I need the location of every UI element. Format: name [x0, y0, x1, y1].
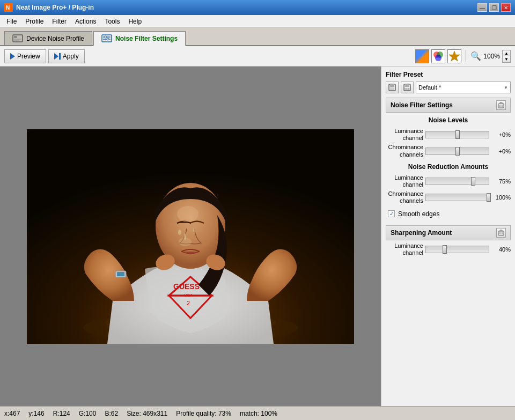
preview-button[interactable]: Preview — [4, 49, 46, 63]
svg-point-26 — [177, 206, 198, 222]
luminance-reduction-value: 75% — [491, 178, 511, 185]
luminance-noise-level-row: Luminancechannel +0% — [386, 128, 511, 142]
chrominance-reduction-slider[interactable] — [425, 194, 489, 201]
svg-point-32 — [178, 230, 181, 235]
luminance-noise-level-slider[interactable] — [425, 131, 489, 138]
overlay-color-button[interactable] — [415, 49, 429, 63]
luminance-reduction-thumb[interactable] — [471, 177, 475, 186]
chrominance-reduction-label: Chrominancechannels — [386, 190, 423, 204]
svg-rect-40 — [404, 88, 410, 90]
svg-text:2: 2 — [187, 300, 190, 306]
svg-point-10 — [107, 38, 109, 40]
tab-device-profile-label: Device Noise Profile — [26, 35, 84, 42]
tab-noise-filter-label: Noise Filter Settings — [115, 35, 178, 42]
menu-bar: File Profile Filter Actions Tools Help — [0, 15, 515, 28]
toolbar: Preview Apply — [0, 46, 515, 67]
zoom-down-button[interactable]: ▼ — [503, 56, 510, 62]
chrominance-reduction-value: 100% — [491, 194, 511, 201]
sharpening-luminance-label: Luminancechannel — [386, 242, 423, 256]
filter-preset-section: Filter Preset — [386, 71, 511, 93]
chrominance-reduction-row: Chrominancechannels 100% — [386, 190, 511, 204]
status-b: B:62 — [105, 410, 118, 417]
minimize-button[interactable]: — — [477, 3, 487, 12]
title-bar: N Neat Image Pro+ / Plug-in — ❐ ✕ — [0, 0, 515, 15]
zoom-icon: 🔍 — [470, 51, 481, 61]
svg-rect-49 — [498, 231, 504, 235]
chrominance-noise-level-value: +0% — [491, 148, 511, 154]
menu-help[interactable]: Help — [124, 17, 146, 26]
zoom-arrows: ▲ ▼ — [502, 50, 511, 63]
svg-rect-2 — [13, 35, 23, 42]
luminance-reduction-label: Luminancechannel — [386, 174, 423, 188]
svg-point-33 — [193, 228, 195, 232]
sharpening-section: Sharpening Amount Lumina — [386, 225, 511, 256]
svg-marker-16 — [449, 51, 460, 61]
preset-value: Default * — [418, 84, 441, 91]
menu-profile[interactable]: Profile — [21, 17, 48, 26]
close-button[interactable]: ✕ — [501, 3, 511, 12]
dropdown-arrow-icon: ▼ — [504, 85, 508, 90]
menu-tools[interactable]: Tools — [100, 17, 124, 26]
svg-point-15 — [435, 55, 442, 61]
preset-save-button[interactable] — [386, 82, 399, 93]
svg-text:N: N — [6, 5, 10, 11]
preset-save2-button[interactable] — [401, 82, 414, 93]
chrominance-reduction-thumb[interactable] — [487, 193, 491, 202]
sharpening-luminance-row: Luminancechannel 40% — [386, 242, 511, 256]
noise-filter-delete-button[interactable] — [496, 100, 506, 110]
device-profile-icon — [12, 34, 23, 42]
filter-settings-icon — [101, 34, 112, 42]
content-area: GUESS USA 2 — [0, 67, 515, 406]
preset-dropdown[interactable]: Default * ▼ — [416, 82, 511, 93]
svg-point-34 — [184, 233, 186, 240]
luminance-reduction-row: Luminancechannel 75% — [386, 174, 511, 188]
tab-noise-filter[interactable]: Noise Filter Settings — [93, 31, 186, 46]
noise-filter-section: Noise Filter Settings Noise Levels — [386, 98, 511, 221]
sharpening-luminance-thumb[interactable] — [443, 245, 447, 254]
chrominance-noise-level-thumb[interactable] — [455, 147, 460, 156]
apply-icon — [54, 53, 61, 60]
chrominance-noise-level-slider[interactable] — [425, 148, 489, 155]
status-g: G:100 — [79, 410, 97, 417]
svg-rect-3 — [14, 36, 17, 38]
noise-filter-header: Noise Filter Settings — [386, 98, 511, 113]
menu-filter[interactable]: Filter — [48, 17, 71, 26]
luminance-noise-level-value: +0% — [491, 131, 511, 138]
apply-button[interactable]: Apply — [48, 49, 85, 63]
svg-rect-43 — [498, 104, 504, 108]
svg-point-9 — [105, 36, 107, 38]
restore-button[interactable]: ❐ — [489, 3, 499, 12]
zoom-up-button[interactable]: ▲ — [503, 50, 510, 56]
svg-rect-31 — [117, 272, 124, 276]
status-match: match: 100% — [240, 410, 277, 417]
svg-rect-36 — [390, 84, 394, 87]
menu-actions[interactable]: Actions — [71, 17, 100, 26]
sharpening-delete-button[interactable] — [496, 228, 506, 238]
tab-device-profile[interactable]: Device Noise Profile — [4, 31, 92, 45]
svg-text:GUESS: GUESS — [173, 282, 200, 291]
luminance-noise-level-thumb[interactable] — [455, 130, 460, 139]
zoom-area: 🔍 100% ▲ ▼ — [470, 50, 511, 63]
main-image: GUESS USA 2 — [27, 129, 354, 344]
window-title: Neat Image Pro+ / Plug-in — [16, 4, 94, 11]
luminance-reduction-slider[interactable] — [425, 178, 489, 185]
chrominance-noise-level-row: Chrominancechannels +0% — [386, 144, 511, 158]
sharpening-header: Sharpening Amount — [386, 225, 511, 240]
luminance-noise-level-label: Luminancechannel — [386, 128, 423, 142]
sharpening-luminance-slider[interactable] — [425, 246, 489, 253]
color-channels-button[interactable] — [431, 49, 445, 63]
star-filter-button[interactable] — [447, 49, 461, 63]
svg-rect-12 — [422, 56, 428, 62]
right-panel: Filter Preset — [381, 67, 515, 406]
play-icon — [10, 53, 15, 60]
apply-label: Apply — [63, 53, 79, 60]
zoom-level: 100% — [483, 53, 500, 60]
preview-label: Preview — [17, 53, 40, 60]
smooth-edges-checkbox[interactable]: ✓ — [388, 210, 395, 217]
main-window: Device Noise Profile Noise Filter Settin… — [0, 28, 515, 406]
svg-rect-11 — [417, 51, 422, 56]
menu-file[interactable]: File — [2, 17, 21, 26]
image-panel[interactable]: GUESS USA 2 — [0, 67, 381, 406]
status-r: R:124 — [53, 410, 70, 417]
status-bar: x:467 y:146 R:124 G:100 B:62 Size: 469x3… — [0, 406, 515, 420]
